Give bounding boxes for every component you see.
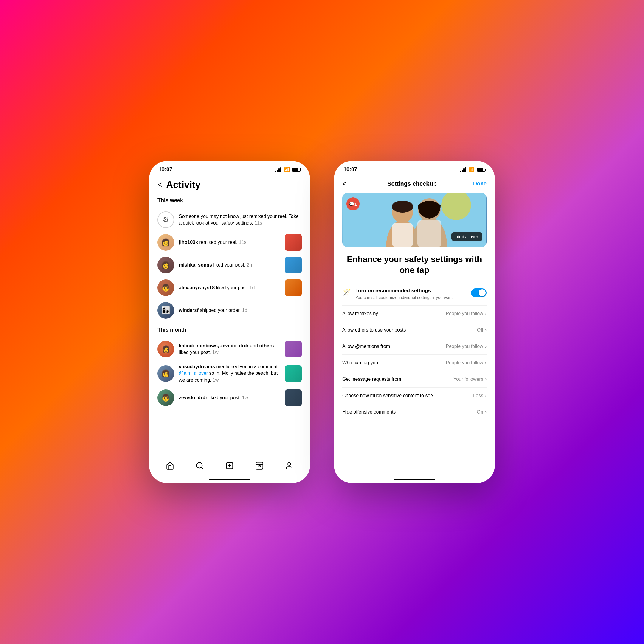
thumb-alex bbox=[285, 279, 302, 296]
recommended-settings-toggle[interactable] bbox=[471, 288, 487, 297]
home-icon[interactable] bbox=[166, 462, 174, 472]
reels-icon[interactable] bbox=[255, 462, 264, 472]
hero-title: Enhance your safety settings with one ta… bbox=[342, 254, 487, 276]
status-bar-1: 10:07 📶 bbox=[149, 161, 310, 176]
thumb-zevedo bbox=[285, 389, 302, 406]
activity-text-kalindi: kalindi_rainbows, zevedo_drdr and others… bbox=[179, 343, 280, 356]
setting-label-mentions: Allow @mentions from bbox=[342, 344, 446, 349]
hero-image: 💬 1 aimi.allover bbox=[342, 193, 487, 247]
battery-icon bbox=[292, 168, 301, 172]
home-indicator-1 bbox=[209, 479, 250, 480]
list-item[interactable]: 👨 zevedo_drdr liked your post. 1w bbox=[157, 386, 302, 409]
activity-text-jiho: jiho100x remixed your reel. 11s bbox=[179, 239, 280, 246]
chevron-icon-3: › bbox=[485, 344, 487, 349]
notification-icon: 💬 bbox=[349, 202, 354, 206]
profile-icon[interactable] bbox=[285, 462, 293, 472]
avatar-kalindi: 👩 bbox=[157, 341, 174, 357]
add-icon[interactable] bbox=[225, 462, 234, 472]
thumb-vasu bbox=[285, 365, 302, 382]
setting-label-tags: Who can tag you bbox=[342, 360, 446, 366]
settings-row-posts[interactable]: Allow others to use your posts Off › bbox=[342, 322, 487, 338]
status-icons-1: 📶 bbox=[275, 167, 301, 172]
done-button[interactable]: Done bbox=[473, 181, 487, 187]
avatar-alex: 👨 bbox=[157, 279, 174, 296]
wifi-icon: 📶 bbox=[284, 167, 290, 172]
svg-rect-18 bbox=[417, 220, 441, 247]
status-bar-2: 10:07 📶 bbox=[334, 161, 495, 176]
svg-point-7 bbox=[259, 465, 260, 466]
activity-text: Someone you may not know just remixed yo… bbox=[179, 213, 302, 227]
settings-row-sensitive[interactable]: Choose how much sensitive content to see… bbox=[342, 388, 487, 404]
setting-label-sensitive: Choose how much sensitive content to see bbox=[342, 393, 473, 398]
list-item[interactable]: 👩 vasudaydreams mentioned you in a comme… bbox=[157, 360, 302, 386]
notification-count: 1 bbox=[354, 202, 357, 207]
toggle-text: Turn on recommended settings You can sti… bbox=[355, 288, 467, 301]
avatar-mishka: 👩 bbox=[157, 257, 174, 273]
setting-label-offensive: Hide offensive comments bbox=[342, 409, 477, 415]
setting-value-tags: People you follow bbox=[446, 360, 483, 366]
phones-container: 10:07 📶 < Activity This week ⚙ bbox=[149, 161, 495, 483]
home-indicator-2 bbox=[394, 479, 435, 480]
page-title-1: Activity bbox=[166, 179, 201, 190]
chevron-icon-5: › bbox=[485, 377, 487, 382]
list-item: ⚙ Someone you may not know just remixed … bbox=[157, 208, 302, 231]
setting-value-remixes: People you follow bbox=[446, 311, 483, 316]
avatar-zevedo: 👨 bbox=[157, 389, 174, 406]
svg-point-14 bbox=[392, 201, 413, 213]
setting-value-messages: Your followers bbox=[453, 377, 483, 382]
setting-value-sensitive: Less bbox=[473, 393, 483, 398]
chevron-icon: › bbox=[485, 311, 487, 316]
svg-point-9 bbox=[288, 463, 290, 465]
status-icons-2: 📶 bbox=[460, 167, 485, 172]
settings-row-tags[interactable]: Who can tag you People you follow › bbox=[342, 355, 487, 371]
settings-row-mentions[interactable]: Allow @mentions from People you follow › bbox=[342, 338, 487, 355]
phone-settings: 10:07 📶 < Settings checkup Done bbox=[334, 161, 495, 483]
settings-row-messages[interactable]: Get message requests from Your followers… bbox=[342, 371, 487, 388]
phone2-body: < Settings checkup Done bbox=[334, 176, 495, 482]
back-button-1[interactable]: < bbox=[157, 180, 162, 189]
chevron-icon-4: › bbox=[485, 360, 487, 366]
activity-text-vasu: vasudaydreams mentioned you in a comment… bbox=[179, 363, 280, 383]
wifi-icon-2: 📶 bbox=[469, 167, 475, 172]
thumb-mishka bbox=[285, 257, 302, 273]
thumb-jiho bbox=[285, 234, 302, 251]
magic-wand-icon: 🪄 bbox=[342, 288, 351, 297]
phone1-body: < Activity This week ⚙ Someone you may n… bbox=[149, 176, 310, 409]
signal-icon bbox=[275, 167, 281, 172]
settings-row-remixes[interactable]: Allow remixes by People you follow › bbox=[342, 306, 487, 322]
recommended-settings-toggle-row: 🪄 Turn on recommended settings You can s… bbox=[342, 283, 487, 306]
signal-icon-2 bbox=[460, 167, 466, 172]
list-item[interactable]: 👩‍👧 windersf shipped your order. 1d bbox=[157, 299, 302, 322]
nav-bar-1: < Activity bbox=[157, 176, 302, 195]
list-item[interactable]: 👨 alex.anyways18 liked your post. 1d bbox=[157, 276, 302, 299]
search-icon[interactable] bbox=[196, 462, 204, 472]
svg-rect-17 bbox=[392, 223, 413, 247]
svg-line-1 bbox=[201, 467, 203, 469]
list-item[interactable]: 👩 mishka_songs liked your post. 2h bbox=[157, 254, 302, 276]
chevron-icon-6: › bbox=[485, 393, 487, 398]
time-2: 10:07 bbox=[343, 166, 357, 173]
list-item[interactable]: 👩 kalindi_rainbows, zevedo_drdr and othe… bbox=[157, 338, 302, 360]
toggle-sub-label: You can still customize individual setti… bbox=[355, 295, 467, 301]
settings-nav: < Settings checkup Done bbox=[342, 176, 487, 193]
thumb-kalindi bbox=[285, 341, 302, 357]
activity-text-winder: windersf shipped your order. 1d bbox=[179, 307, 302, 314]
settings-row-offensive[interactable]: Hide offensive comments On › bbox=[342, 404, 487, 420]
setting-value-mentions: People you follow bbox=[446, 344, 483, 349]
back-button-2[interactable]: < bbox=[342, 179, 347, 188]
gear-icon: ⚙ bbox=[157, 211, 174, 228]
activity-text-zevedo: zevedo_drdr liked your post. 1w bbox=[179, 394, 280, 401]
setting-label-posts: Allow others to use your posts bbox=[342, 327, 477, 333]
setting-value-posts: Off bbox=[477, 327, 483, 333]
battery-icon-2 bbox=[477, 168, 485, 172]
notification-badge: 💬 1 bbox=[346, 197, 360, 210]
divider bbox=[157, 324, 302, 324]
activity-text-alex: alex.anyways18 liked your post. 1d bbox=[179, 284, 280, 291]
list-item[interactable]: 👩 jiho100x remixed your reel. 11s bbox=[157, 231, 302, 254]
avatar-winder: 👩‍👧 bbox=[157, 302, 174, 319]
avatar-jiho: 👩 bbox=[157, 234, 174, 251]
chevron-icon-7: › bbox=[485, 409, 487, 415]
setting-label-messages: Get message requests from bbox=[342, 377, 453, 382]
username-chip: aimi.allover bbox=[451, 232, 482, 241]
this-month-label: This month bbox=[157, 327, 302, 333]
